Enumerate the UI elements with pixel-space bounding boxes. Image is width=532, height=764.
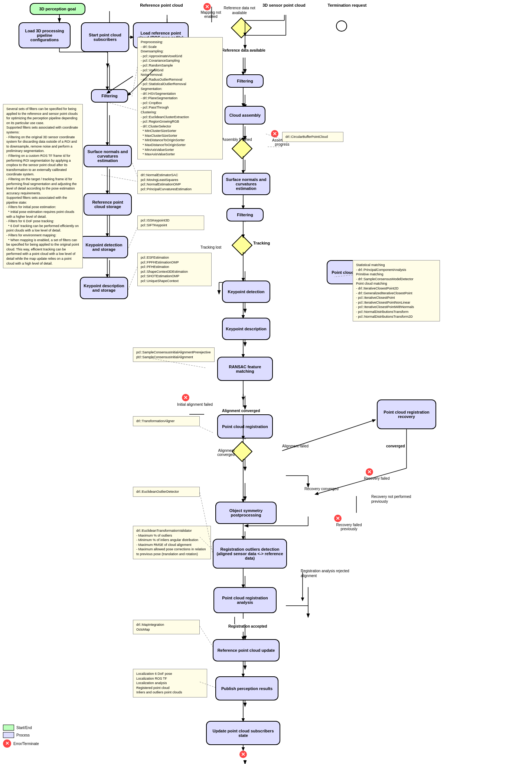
transformation-aligner-note: drl::TransformationAligner: [133, 416, 200, 426]
reference-data-not-available: Reference data not available: [234, 20, 249, 35]
filtering-options-text: Preprocessing: - drl::Scale Downsampling…: [141, 40, 189, 156]
end-x-icon: ✕: [239, 751, 247, 758]
keypoint-description-ref-label: Keypoint description and storage: [84, 284, 124, 292]
load-3d-node: Load 3D processing pipeline configuratio…: [19, 22, 71, 48]
start-point-cloud-label: Start point cloud subscribers: [85, 33, 125, 42]
svg-line-87: [132, 162, 137, 177]
legend-red-label: Error/Terminate: [13, 742, 39, 746]
registration-analysis-rejected-label: Registration analysis rejected alignment: [301, 569, 356, 578]
keypoint-desc-options-note: pcl::ESFEstimation pcl::FPFHEstimationOM…: [137, 253, 212, 286]
keypoint-description-sensor-node: Keypoint description: [222, 318, 270, 340]
validation-options-text: drl::EuclideanTransformationValidator - …: [136, 529, 207, 556]
registration-matchers-note: Statistical matching - drl::PrincipalCom…: [353, 260, 440, 321]
assembly-diamond: [235, 141, 249, 156]
tracking-label: Tracking: [253, 241, 270, 245]
filtering-ref-label: Filtering: [101, 94, 117, 98]
recovery-failed-x-icon: ✕: [366, 468, 373, 476]
initial-failed-x-icon: ✕: [182, 394, 189, 401]
point-cloud-registration-2-label: Point cloud registration: [222, 424, 268, 429]
start-point-cloud-node: Start point cloud subscribers: [81, 22, 129, 52]
registration-outliers-label: Registration outliers detection (aligned…: [216, 547, 283, 560]
tracking-lost-label: Tracking lost: [200, 245, 221, 249]
svg-line-91: [200, 427, 213, 433]
initial-alignment-options-text: pcl::SampleConsensusInitialAlignmentPrer…: [136, 350, 211, 359]
svg-line-86: [132, 67, 137, 97]
alignment-failed-text: Alignment failed: [282, 444, 309, 448]
ref-available-label: Reference data available: [222, 48, 265, 52]
legend-blue-label: Process: [16, 733, 30, 737]
pcr-recovery-label: Point cloud registration recovery: [381, 410, 433, 419]
alignment-converged-1-text: Alignment converged: [222, 409, 260, 413]
reference-header-label: Reference point cloud: [140, 3, 183, 7]
reference-storage-node: Reference point cloud storage: [84, 193, 132, 216]
tracking-lost-text: Tracking lost: [200, 245, 221, 249]
keypoint-description-sensor-label: Keypoint description: [226, 327, 266, 331]
update-subscribers-label: Update point cloud subscribers state: [210, 729, 277, 738]
object-symmetry-label: Object symmetry postprocessing: [219, 508, 273, 517]
tracking-diamond: Tracking: [235, 238, 249, 253]
cloud-assembly-node: Cloud assembly: [225, 106, 265, 124]
legend-red-item: ✕ Error/Terminate: [3, 739, 39, 748]
alignment-converged-2-diamond: Alignment converged: [235, 444, 249, 459]
svg-line-89: [128, 267, 137, 290]
assembly-x-icon: ✕: [271, 130, 278, 137]
reference-point-cloud-header: Reference point cloud: [134, 3, 189, 7]
perception-goal-node: 3D perception goal: [30, 3, 85, 15]
legend-green-item: Start/End: [3, 725, 39, 731]
recovery-failed-icon: ✕ Recovery failed: [366, 468, 392, 480]
surface-normals-ref-node: Surface normals and curvatures estimatio…: [84, 145, 132, 167]
recovery-failed-previously-label: Recovery failed previously: [336, 523, 362, 531]
legend-green-label: Start/End: [16, 726, 32, 730]
legend-blue-box: [3, 732, 14, 738]
reference-update-label: Reference point cloud update: [218, 648, 275, 653]
object-symmetry-node: Object symmetry postprocessing: [215, 502, 277, 524]
output-note: Localization 6 DoF pose Localization ROS…: [133, 669, 207, 697]
keypoint-desc-options-text: pcl::ESFEstimation pcl::FPFHEstimationOM…: [141, 256, 188, 283]
validation-note: drl::EuclideanTransformationValidator - …: [133, 526, 211, 559]
recovery-failed-previously-icon: ✕ Recovery failed previously: [334, 515, 368, 531]
map-integration-text: drl::MapIntegration OctoMap: [136, 623, 164, 631]
legend: Start/End Process ✕ Error/Terminate: [3, 725, 39, 749]
initial-alignment-failed-label: Initial alignment failed: [177, 402, 213, 407]
load-3d-label: Load 3D processing pipeline configuratio…: [22, 29, 67, 42]
publish-perception-node: Publish perception results: [215, 676, 278, 700]
initial-alignment-failed-icon: ✕ Initial alignment failed: [182, 394, 213, 407]
registration-matchers-text: Statistical matching - drl::PrincipalCom…: [356, 263, 414, 318]
recovery-failed-prev-x-icon: ✕: [334, 515, 342, 522]
end-x-icon-node: ✕: [239, 751, 247, 758]
keypoint-detection-ref-node: Keypoint detection and storage: [80, 236, 128, 258]
svg-line-94: [200, 626, 213, 647]
point-cloud-registration-2-node: Point cloud registration: [217, 414, 273, 438]
initial-alignment-note: pcl::SampleConsensusInitialAlignmentPrer…: [133, 347, 215, 362]
pcr-analysis-label: Point cloud registration analysis: [217, 596, 273, 605]
filtering-sensor2-node: Filtering: [226, 208, 264, 221]
pcr-recovery-node: Point cloud registration recovery: [377, 399, 436, 429]
registration-accepted-label: Registration accepted: [228, 624, 267, 628]
diagram-container: 3D perception goal Reference point cloud…: [0, 0, 532, 764]
filtering-ref-node: Filtering: [91, 89, 128, 103]
recovery-converged-text: Recovery converged: [304, 487, 339, 491]
legend-red-icon: ✕: [3, 739, 11, 748]
cloud-assembly-label: Cloud assembly: [229, 113, 261, 117]
left-sidebar-note: Several sets of filters can be specified…: [3, 104, 83, 268]
svg-line-13: [100, 175, 141, 182]
converged-text: converged: [386, 444, 405, 448]
euclidean-outlier-text: drl::EuclideanOutlierDetector: [136, 490, 179, 493]
termination-circle: [336, 20, 347, 32]
map-integration-note: drl::MapIntegration OctoMap: [133, 620, 200, 634]
publish-perception-label: Publish perception results: [221, 686, 272, 691]
surface-normals-sensor-label: Surface normals and curvatures estimatio…: [226, 177, 267, 191]
recovery-not-performed-text: Recovery not performed previously: [371, 495, 411, 504]
keypoint-detection-sensor-node: Keypoint detection: [222, 281, 270, 303]
ransac-label: RANSAC feature matching: [221, 365, 269, 373]
surface-normals-ref-label: Surface normals and curvatures estimatio…: [87, 149, 128, 163]
keypoint-options-text: pcl::ISSKeypoint3D pcl::SIFTKeypoint: [141, 218, 170, 227]
surface-normals-sensor-node: Surface normals and curvatures estimatio…: [222, 173, 270, 195]
update-subscribers-node: Update point cloud subscribers state: [206, 721, 280, 745]
alignment-failed-label: Alignment failed: [282, 444, 309, 448]
sensor-header-label: 3D sensor point cloud: [262, 3, 306, 7]
legend-blue-item: Process: [3, 732, 39, 738]
registration-outliers-node: Registration outliers detection (aligned…: [213, 539, 287, 569]
ransac-node: RANSAC feature matching: [217, 357, 273, 381]
mapping-not-enabled-icon: ✕ Mapping not enabled: [203, 3, 224, 19]
